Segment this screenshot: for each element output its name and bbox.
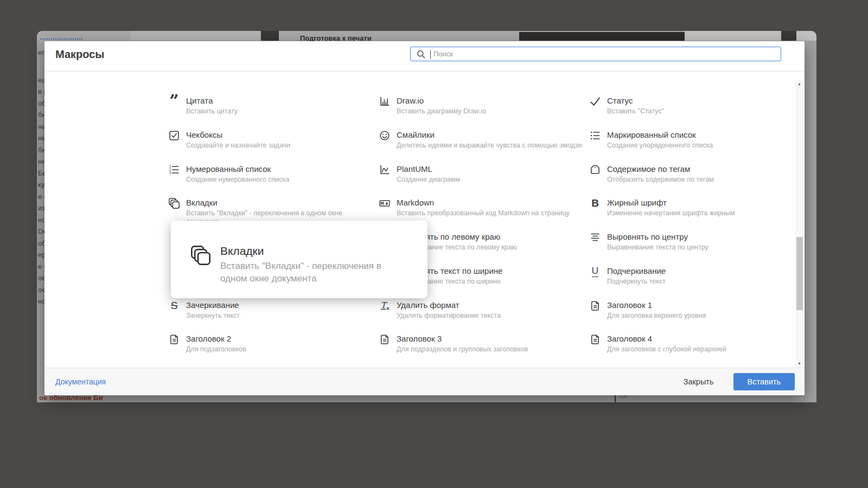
tag-icon — [589, 164, 602, 177]
svg-text:T: T — [381, 300, 388, 309]
macro-item-markdown[interactable]: Markdown Вставить преобразованный код Ma… — [378, 197, 584, 217]
scrollbar[interactable]: ▲ ▼ — [795, 80, 803, 368]
markdown-icon — [378, 197, 391, 210]
checkbox-icon — [168, 130, 181, 143]
macro-title: Удалить формат — [397, 300, 501, 310]
macro-desc: Вставить диаграмму Draw.io — [397, 107, 486, 115]
background-segment — [130, 31, 260, 41]
macro-desc: Создание упорядоченного списка — [607, 141, 713, 150]
macro-title: Смайлики — [397, 130, 582, 140]
macro-item-plantuml[interactable]: PlantUML Создание диаграмм — [378, 164, 584, 184]
macro-title: Нумерованный список — [186, 164, 289, 174]
smiley-icon — [378, 130, 391, 143]
macro-item-underline[interactable]: U Подчеркивание Подчеркнуть текст — [589, 266, 795, 286]
macro-item-drawio[interactable]: Draw.io Вставить диаграмму Draw.io — [378, 95, 584, 115]
background-fragment-link — [40, 34, 82, 40]
macro-item-bullet-list[interactable]: Маркированный список Создание упорядочен… — [589, 130, 795, 150]
macro-item-remove-format[interactable]: T Удалить формат Удалить форматирование … — [378, 300, 584, 320]
macro-title: Маркированный список — [607, 130, 713, 140]
macro-title: Цитата — [186, 95, 238, 106]
screen: Подготовка к печати елиещ в роб бннь ныб… — [0, 0, 868, 488]
macro-item-heading1[interactable]: Заголовок 1 Для заголовка верхнего уровн… — [589, 300, 795, 320]
plantuml-chart-icon — [378, 164, 391, 177]
macro-item-numbered-list[interactable]: 123 Нумерованный список Создание нумеров… — [168, 164, 374, 184]
macro-item-checkboxes[interactable]: Чекбоксы Создавайте и назначайте задачи — [168, 130, 374, 150]
scrollbar-down-arrow[interactable]: ▼ — [795, 360, 803, 368]
macro-title: Подчеркивание — [607, 266, 666, 276]
document-icon — [168, 333, 181, 346]
macro-title: Заголовок 3 — [397, 333, 528, 344]
macro-title: Markdown — [397, 197, 570, 208]
macro-item-bold[interactable]: B Жирный шрифт Изменение начертания шриф… — [589, 197, 795, 217]
macro-desc: Выравнивание текста по центру — [607, 243, 709, 252]
macro-column-3: Статус Вставить "Статус" Маркированный с… — [589, 95, 795, 368]
macro-item-strikethrough[interactable]: S Зачеркивание Зачеркнуть текст — [168, 300, 374, 320]
numbered-list-icon: 123 — [168, 164, 181, 177]
macro-desc: Делитесь идеями и выражайте чувства с по… — [397, 141, 582, 150]
macro-desc: Зачеркнуть текст — [186, 311, 240, 320]
drawio-chart-icon — [378, 95, 391, 108]
macro-title: Заголовок 2 — [186, 333, 246, 344]
macro-desc: Создание нумерованного списка — [186, 175, 289, 184]
insert-button[interactable]: Вставить — [733, 373, 795, 390]
document-icon — [378, 333, 391, 346]
search-box — [410, 47, 781, 61]
macro-item-quote[interactable]: ” Цитата Вставить цитату — [168, 95, 374, 115]
scrollbar-thumb[interactable] — [796, 237, 803, 310]
macro-item-heading4[interactable]: Заголовок 4 Для заголовков с глубокой ие… — [589, 333, 795, 354]
macro-item-align-center[interactable]: Выровнять по центру Выравнивание текста … — [589, 232, 795, 252]
search-input[interactable] — [411, 47, 781, 61]
macro-desc: Вставить преобразованный код Markdown на… — [397, 209, 570, 217]
macro-desc: Отобразить содержимое по тегам — [607, 175, 714, 184]
macro-item-status[interactable]: Статус Вставить "Статус" — [589, 95, 795, 115]
macro-desc: Для подзаголовков — [186, 345, 246, 354]
macro-title: Вкладки — [186, 197, 374, 208]
macro-desc: Создавайте и назначайте задачи — [186, 141, 290, 150]
macro-item-heading2[interactable]: Заголовок 2 Для подзаголовков — [168, 333, 374, 354]
macro-title: Статус — [607, 95, 664, 106]
documentation-link[interactable]: Документация — [55, 377, 106, 386]
macro-title: Draw.io — [397, 95, 486, 106]
macro-title: Жирный шрифт — [607, 197, 735, 208]
background-dark-block — [261, 31, 279, 41]
macro-title: PlantUML — [397, 164, 460, 174]
document-icon — [589, 333, 602, 346]
hover-card-description: Вставить "Вкладки" - переключения в одно… — [220, 260, 388, 285]
close-button[interactable]: Закрыть — [680, 377, 717, 387]
macro-title: Заголовок 4 — [607, 333, 726, 344]
dialog-footer: Документация Закрыть Вставить — [44, 368, 805, 395]
macro-title: Зачеркивание — [186, 300, 240, 310]
strikethrough-icon: S — [168, 300, 181, 313]
align-center-icon — [589, 232, 602, 245]
macro-item-heading3[interactable]: Заголовок 3 Для подразделов и групповых … — [378, 333, 584, 354]
macro-desc: Для подразделов и групповых заголовков — [397, 345, 528, 354]
bullet-list-icon — [589, 130, 602, 143]
remove-format-icon: T — [378, 300, 391, 313]
macro-hover-card: Вкладки Вставить "Вкладки" - переключени… — [171, 221, 427, 298]
background-segment — [685, 31, 816, 41]
macro-desc: Вставить цитату — [186, 107, 238, 115]
macro-title: Содержимое по тегам — [607, 164, 714, 174]
macro-title: Заголовок 1 — [607, 300, 706, 310]
quote-icon: ” — [168, 95, 181, 108]
macro-desc: Удалить форматирование текста — [397, 311, 501, 320]
background-dark-block — [519, 32, 685, 41]
macro-title: Выровнять по центру — [607, 232, 709, 242]
dialog-header: Макросы — [44, 41, 805, 72]
background-dark-block — [781, 31, 796, 41]
underline-icon: U — [589, 266, 602, 279]
scrollbar-up-arrow[interactable]: ▲ — [795, 80, 803, 88]
macro-title: Чекбоксы — [186, 130, 290, 140]
hover-card-title: Вкладки — [220, 245, 388, 258]
macro-desc: Для заголовка верхнего уровня — [607, 311, 706, 320]
svg-text:3: 3 — [169, 171, 171, 175]
macro-desc: Создание диаграмм — [397, 175, 460, 184]
tabs-icon — [168, 197, 181, 210]
macro-item-emoji[interactable]: Смайлики Делитесь идеями и выражайте чув… — [378, 130, 584, 150]
macro-item-content-by-tags[interactable]: Содержимое по тегам Отобразить содержимо… — [589, 164, 795, 184]
bold-icon: B — [589, 197, 602, 210]
macro-desc: Для заголовков с глубокой иерархией — [607, 345, 726, 354]
macro-desc: Подчеркнуть текст — [607, 277, 666, 286]
macro-desc: Изменение начертания шрифта жирным — [607, 209, 735, 217]
tabs-icon — [190, 245, 213, 268]
